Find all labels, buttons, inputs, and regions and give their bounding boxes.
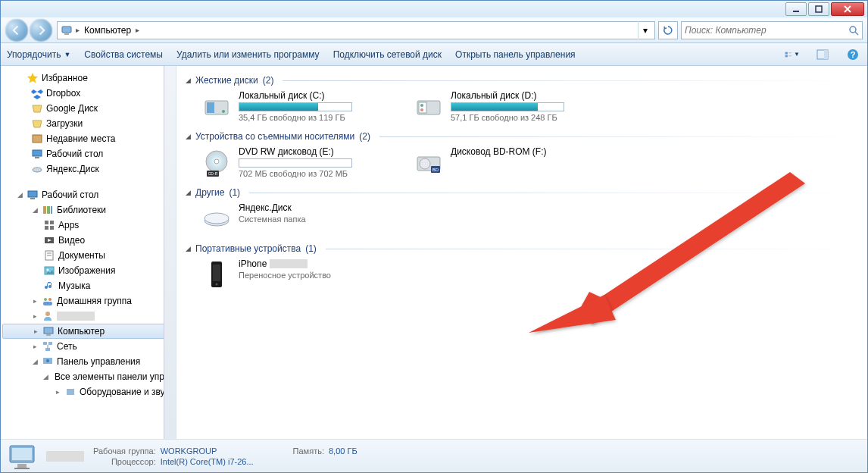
breadcrumb-location[interactable]: Компьютер [83, 25, 133, 36]
desktop-icon [31, 148, 43, 160]
sidebar-libraries[interactable]: ◢Библиотеки [1, 202, 176, 218]
sidebar-item[interactable]: Документы [1, 248, 176, 263]
svg-rect-16 [35, 157, 39, 158]
star-icon [27, 72, 39, 84]
svg-rect-14 [33, 135, 42, 143]
group-title: Устройства со съемными носителями [195, 131, 354, 142]
maximize-button[interactable] [808, 2, 829, 16]
svg-text:BD: BD [432, 168, 439, 172]
svg-text:?: ? [851, 50, 856, 59]
svg-point-44 [46, 359, 49, 362]
sidebar-item[interactable]: Apps [1, 218, 176, 233]
computer-icon [61, 24, 73, 36]
organize-menu[interactable]: Упорядочить ▼ [7, 49, 70, 60]
drive-e[interactable]: CD-R DVD RW дисковод (E:) 702 МБ свободн… [201, 146, 390, 178]
blurred-text [270, 259, 308, 268]
uninstall-program-button[interactable]: Удалить или изменить программу [176, 49, 320, 60]
svg-point-49 [222, 110, 225, 113]
svg-rect-25 [45, 226, 48, 230]
sidebar-user[interactable]: ▸ [1, 309, 176, 324]
drive-status: 702 МБ свободно из 702 МБ [239, 169, 390, 178]
svg-rect-6 [785, 52, 788, 54]
collapse-icon: ◢ [186, 245, 191, 252]
sidebar-item[interactable]: Рабочий стол [1, 146, 176, 161]
group-header-portable[interactable]: ◢ Портативные устройства (1) [186, 243, 858, 254]
svg-point-33 [44, 298, 47, 301]
usage-bar [239, 102, 352, 111]
help-button[interactable]: ? [845, 46, 861, 63]
group-header-removable[interactable]: ◢ Устройства со съемными носителями (2) [186, 131, 858, 142]
sidebar-favorites[interactable]: Избранное [1, 70, 176, 86]
svg-point-55 [214, 159, 219, 164]
address-dropdown[interactable]: ▾ [638, 21, 651, 39]
drive-name: iPhone [239, 258, 267, 269]
blurred-text [57, 312, 95, 321]
group-title: Жесткие диски [195, 75, 258, 86]
downloads-icon [31, 117, 43, 130]
address-bar[interactable]: ▸ Компьютер ▸ ▾ [57, 21, 655, 39]
content-pane: ◢ Жесткие диски (2) Локальный диск (C:) … [176, 66, 867, 439]
usage-bar [451, 102, 564, 111]
control-panel-button[interactable]: Открыть панель управления [455, 49, 576, 60]
minimize-button[interactable] [785, 2, 807, 16]
preview-pane-button[interactable] [814, 46, 831, 63]
view-menu[interactable]: ▼ [784, 46, 801, 63]
svg-rect-40 [48, 342, 52, 345]
network-icon [42, 340, 54, 352]
svg-rect-39 [43, 342, 47, 345]
forward-button[interactable] [30, 19, 52, 42]
map-drive-button[interactable]: Подключить сетевой диск [333, 49, 442, 60]
titlebar [1, 1, 867, 17]
search-input[interactable] [685, 25, 848, 36]
separator [249, 193, 858, 193]
drive-iphone[interactable]: iPhone Переносное устройство [201, 258, 390, 290]
sidebar-item[interactable]: Недавние места [1, 131, 176, 146]
sidebar-item[interactable]: Загрузки [1, 116, 176, 131]
drive-name: Дисковод BD-ROM (F:) [451, 146, 602, 157]
group-header-hdd[interactable]: ◢ Жесткие диски (2) [186, 75, 858, 86]
drive-yadisk[interactable]: Яндекс.Диск Системная папка [201, 202, 390, 234]
cpu-label: Процессор: [93, 457, 156, 466]
group-count: (2) [263, 75, 274, 86]
google-drive-icon [31, 102, 43, 114]
drive-name: Локальный диск (C:) [239, 90, 390, 101]
details-pane: Рабочая группа: WORKGROUP Память: 8,00 Г… [1, 439, 867, 472]
system-properties-button[interactable]: Свойства системы [84, 49, 163, 60]
sidebar-item[interactable]: Изображения [1, 263, 176, 278]
drive-status: 35,4 ГБ свободно из 119 ГБ [239, 113, 390, 122]
sidebar-computer[interactable]: ▸Компьютер [2, 324, 174, 339]
workgroup-label: Рабочая группа: [93, 446, 156, 456]
documents-icon [43, 249, 55, 262]
drive-status: Системная папка [239, 215, 390, 224]
svg-rect-35 [43, 302, 52, 305]
sidebar-item[interactable]: Google Диск [1, 101, 176, 116]
svg-rect-19 [30, 198, 35, 199]
refresh-button[interactable] [658, 21, 678, 39]
svg-line-5 [855, 32, 858, 35]
svg-rect-23 [45, 221, 48, 224]
svg-rect-22 [51, 206, 52, 214]
search-box[interactable] [681, 21, 863, 39]
sidebar-item[interactable]: Видео [1, 233, 176, 248]
sidebar-item[interactable]: Dropbox [1, 86, 176, 101]
svg-rect-65 [213, 265, 220, 281]
drive-name: Локальный диск (D:) [451, 90, 602, 101]
close-button[interactable] [831, 2, 864, 16]
back-button[interactable] [5, 19, 28, 42]
sidebar-scrollbar[interactable] [164, 66, 176, 439]
sidebar-item[interactable]: Музыка [1, 278, 176, 293]
svg-point-53 [420, 108, 423, 111]
sidebar-item[interactable]: ◢Все элементы панели управле [1, 369, 176, 384]
group-header-other[interactable]: ◢ Другие (1) [186, 187, 858, 198]
drive-c[interactable]: Локальный диск (C:) 35,4 ГБ свободно из … [201, 90, 390, 122]
drive-f[interactable]: BD Дисковод BD-ROM (F:) [413, 146, 602, 178]
sidebar-network[interactable]: ▸Сеть [1, 339, 176, 354]
svg-point-32 [47, 269, 49, 271]
sidebar-control-panel[interactable]: ◢Панель управления [1, 354, 176, 369]
drive-d[interactable]: Локальный диск (D:) 57,1 ГБ свободно из … [413, 90, 602, 122]
control-panel-icon [42, 356, 54, 368]
sidebar-item[interactable]: ▸Оборудование и звук [1, 384, 176, 399]
sidebar-homegroup[interactable]: ▸Домашняя группа [1, 293, 176, 309]
sidebar-item[interactable]: Яндекс.Диск [1, 161, 176, 177]
sidebar-desktop[interactable]: ◢Рабочий стол [1, 187, 176, 202]
